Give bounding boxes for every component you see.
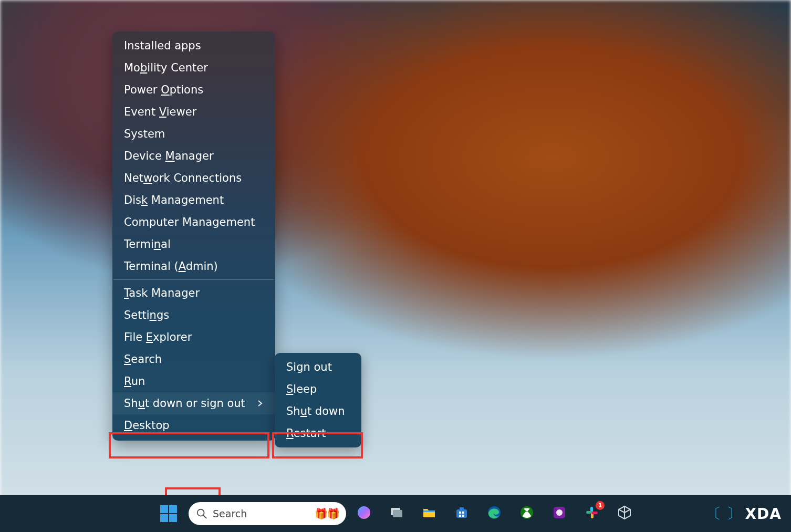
winx-item-g1-5-label: Device Manager <box>124 150 214 162</box>
winx-item-g1-4-label: System <box>124 128 165 140</box>
winx-item-g1-2[interactable]: Power Options <box>112 79 275 101</box>
winx-item-g2-4[interactable]: Run <box>112 370 275 392</box>
taskbar-app-app-purple[interactable] <box>549 503 570 524</box>
svg-rect-11 <box>460 507 464 510</box>
notification-badge: 1 <box>596 501 605 510</box>
search-icon <box>196 508 207 519</box>
winx-item-g1-2-label: Power Options <box>124 84 203 96</box>
winx-item-shutdown-label: Shut down or sign out <box>124 397 245 410</box>
taskbar-center: Search 🎁🎁 1 <box>156 501 635 526</box>
svg-point-4 <box>197 509 204 516</box>
svg-rect-13 <box>462 512 464 514</box>
winx-item-g2-0[interactable]: Task Manager <box>112 282 275 304</box>
svg-rect-23 <box>591 512 598 514</box>
winx-item-g1-3[interactable]: Event Viewer <box>112 101 275 123</box>
task-view-icon <box>389 505 404 523</box>
svg-rect-8 <box>393 510 402 517</box>
power-item-2[interactable]: Shut down <box>275 400 361 422</box>
taskbar-app-xbox[interactable] <box>516 503 537 524</box>
search-placeholder: Search <box>213 508 309 519</box>
winx-item-g1-9[interactable]: Terminal <box>112 233 275 255</box>
power-item-3[interactable]: Restart <box>275 422 361 444</box>
winx-item-g1-0[interactable]: Installed apps <box>112 35 275 57</box>
power-item-1[interactable]: Sleep <box>275 378 361 400</box>
winx-item-g1-10-label: Terminal (Admin) <box>124 260 218 273</box>
winx-item-g2-2[interactable]: File Explorer <box>112 326 275 348</box>
file-explorer-icon <box>421 505 437 523</box>
power-item-0-label: Sign out <box>286 361 332 373</box>
winx-item-g1-9-label: Terminal <box>124 238 171 251</box>
power-item-3-label: Restart <box>286 427 326 440</box>
svg-rect-12 <box>459 512 461 514</box>
search-highlight-emoji: 🎁🎁 <box>315 507 339 520</box>
winx-item-g2-3-label: Search <box>124 353 162 366</box>
xbox-icon <box>519 505 535 523</box>
edge-icon <box>486 505 502 523</box>
svg-rect-1 <box>169 505 177 513</box>
power-item-1-label: Sleep <box>286 383 317 395</box>
svg-point-6 <box>358 506 370 519</box>
power-item-2-label: Shut down <box>286 405 345 418</box>
taskbar-search[interactable]: Search 🎁🎁 <box>189 502 346 525</box>
winx-item-g2-3[interactable]: Search <box>112 348 275 370</box>
start-button[interactable] <box>156 501 181 526</box>
winx-item-g1-0-label: Installed apps <box>124 39 201 52</box>
svg-rect-10 <box>456 509 467 518</box>
winx-item-g1-1[interactable]: Mobility Center <box>112 57 275 79</box>
menu-separator <box>113 279 274 280</box>
svg-rect-2 <box>160 514 168 522</box>
taskbar-app-slack[interactable]: 1 <box>581 503 602 524</box>
winx-item-g2-4-label: Run <box>124 375 145 388</box>
winx-context-menu: Installed appsMobility CenterPower Optio… <box>112 32 275 441</box>
taskbar-app-task-view[interactable] <box>386 503 407 524</box>
winx-item-g2-2-label: File Explorer <box>124 331 192 343</box>
power-submenu: Sign outSleepShut downRestart <box>275 353 361 447</box>
xda-watermark: 〔 〕 XDA <box>706 504 782 524</box>
winx-item-g2-1[interactable]: Settings <box>112 304 275 326</box>
winx-item-g1-1-label: Mobility Center <box>124 61 208 74</box>
svg-rect-14 <box>459 515 461 517</box>
winx-item-g1-7-label: Disk Management <box>124 194 224 206</box>
xda-label: XDA <box>745 505 782 523</box>
taskbar-pinned-icons: 1 <box>353 503 635 524</box>
taskbar: Search 🎁🎁 1 〔 〕 XDA <box>0 495 791 532</box>
power-item-0[interactable]: Sign out <box>275 356 361 378</box>
chevron-right-icon <box>256 400 264 407</box>
winx-item-g1-7[interactable]: Disk Management <box>112 189 275 211</box>
winx-item-g1-5[interactable]: Device Manager <box>112 145 275 167</box>
microsoft-store-icon <box>454 505 470 523</box>
taskbar-app-copilot[interactable] <box>353 503 374 524</box>
windows-logo-icon <box>160 505 178 523</box>
app-purple-icon <box>551 505 567 523</box>
winx-item-g1-4[interactable]: System <box>112 123 275 145</box>
svg-rect-3 <box>169 514 177 522</box>
winx-item-g2-1-label: Settings <box>124 309 169 321</box>
copilot-icon <box>356 505 372 523</box>
winx-item-g1-6[interactable]: Network Connections <box>112 167 275 189</box>
winx-item-g3-0[interactable]: Desktop <box>112 414 275 436</box>
svg-rect-9 <box>423 510 435 512</box>
winx-item-g1-10[interactable]: Terminal (Admin) <box>112 255 275 277</box>
winx-item-g1-8-label: Computer Management <box>124 216 255 228</box>
winx-item-shutdown[interactable]: Shut down or sign out <box>112 392 275 414</box>
winx-item-g3-0-label: Desktop <box>124 419 170 432</box>
svg-rect-15 <box>462 515 464 517</box>
taskbar-app-edge[interactable] <box>484 503 505 524</box>
svg-line-5 <box>203 515 206 518</box>
taskbar-tray: 〔 〕 XDA <box>706 495 782 532</box>
taskbar-app-file-explorer[interactable] <box>419 503 440 524</box>
winx-item-g1-3-label: Event Viewer <box>124 106 196 118</box>
winx-item-g1-8[interactable]: Computer Management <box>112 211 275 233</box>
taskbar-app-virtualbox[interactable] <box>614 503 635 524</box>
svg-point-19 <box>556 509 563 516</box>
svg-rect-0 <box>160 505 168 513</box>
winx-item-g1-6-label: Network Connections <box>124 172 242 184</box>
bracket-icon: 〔 〕 <box>706 504 742 524</box>
winx-item-g2-0-label: Task Manager <box>124 287 200 299</box>
taskbar-app-microsoft-store[interactable] <box>451 503 472 524</box>
virtualbox-icon <box>617 505 632 523</box>
